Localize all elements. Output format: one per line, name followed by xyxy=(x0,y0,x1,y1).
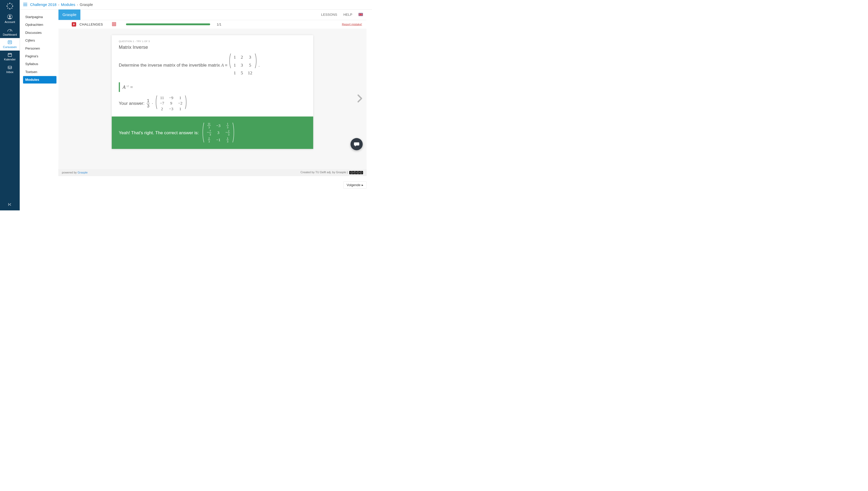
feedback-text: Yeah! That's right. The correct answer i… xyxy=(119,130,199,135)
paren-left-icon xyxy=(202,122,204,143)
svg-rect-11 xyxy=(8,41,11,44)
sa-icon: $ xyxy=(356,171,359,174)
nav-calendar-label: Kalender xyxy=(4,58,16,61)
book-icon xyxy=(7,40,13,45)
grid-icon xyxy=(112,22,116,26)
svg-rect-28 xyxy=(112,23,116,26)
cc-icon: cc xyxy=(350,171,353,174)
next-module-button[interactable]: Volgende ▸ xyxy=(343,181,366,189)
course-nav-cijfers[interactable]: Cijfers xyxy=(23,37,56,44)
dot-operator: · xyxy=(152,101,153,106)
progress-fill xyxy=(126,24,210,25)
nc-icon: ⊜ xyxy=(360,171,362,174)
by-icon: ® xyxy=(353,171,356,174)
grasple-footer: powered by Grasple Created by TU Delft a… xyxy=(58,169,366,176)
bolt-icon xyxy=(73,23,75,26)
paren-left-icon xyxy=(228,53,231,69)
breadcrumb-course[interactable]: Challenge 2018 xyxy=(30,3,57,7)
nav-inbox-label: Inbox xyxy=(6,70,13,74)
gauge-icon xyxy=(7,28,13,32)
nav-dashboard[interactable]: Dashboard xyxy=(0,26,20,38)
paren-right-icon xyxy=(185,95,187,110)
answer-equals: = xyxy=(130,84,133,90)
collapse-sidebar-button[interactable] xyxy=(8,202,12,207)
svg-point-2 xyxy=(6,5,7,6)
paren-right-icon xyxy=(232,122,235,143)
matrix-A: 1231351512 xyxy=(228,53,257,77)
canvas-logo xyxy=(6,3,13,9)
nav-calendar[interactable]: Kalender xyxy=(0,51,20,63)
question-prompt: Determine the inverse matrix of the inve… xyxy=(119,53,306,77)
course-nav-modules[interactable]: Modules xyxy=(23,76,56,83)
svg-point-5 xyxy=(11,4,12,4)
powered-prefix: powered by xyxy=(62,171,78,174)
grasple-header: Grasple LESSONS HELP xyxy=(58,9,366,20)
nav-account-label: Account xyxy=(5,20,15,24)
course-menu-toggle[interactable] xyxy=(23,2,28,7)
svg-point-9 xyxy=(9,15,11,17)
your-answer-row: Your answer: 1 3 · 11−91−79−22−31 xyxy=(119,95,306,112)
svg-point-3 xyxy=(12,5,13,6)
nav-courses-label: Cursussen xyxy=(3,46,17,49)
prompt-period: . xyxy=(258,61,260,68)
card-region: QUESTION 1 - TRY 1 OF 3 Matrix Inverse D… xyxy=(58,29,366,169)
chat-widget[interactable] xyxy=(351,138,363,150)
global-sidebar: Account Dashboard Cursussen Kalender Inb… xyxy=(0,0,20,210)
next-module-label: Volgende xyxy=(347,183,361,187)
collapse-icon xyxy=(8,202,12,206)
course-nav-opdrachten[interactable]: Opdrachten xyxy=(23,21,56,28)
nav-courses[interactable]: Cursussen xyxy=(0,38,20,50)
nav-account[interactable]: Account xyxy=(0,12,20,26)
inbox-icon xyxy=(7,65,13,69)
lessons-link[interactable]: LESSONS xyxy=(321,13,337,17)
scalar-num: 1 xyxy=(146,98,150,104)
svg-point-7 xyxy=(11,8,12,8)
progress-text: 1/1 xyxy=(217,23,221,26)
svg-point-4 xyxy=(7,4,8,4)
svg-point-6 xyxy=(7,8,8,8)
nav-inbox[interactable]: Inbox xyxy=(0,63,20,76)
svg-point-0 xyxy=(9,3,10,4)
course-nav-discussies[interactable]: Discussies xyxy=(23,29,56,36)
challenges-label: CHALLENGES xyxy=(80,23,103,26)
correct-matrix: 113−313−733−2323−113 xyxy=(202,122,235,144)
paren-right-icon xyxy=(255,53,257,69)
course-nav-syllabus[interactable]: Syllabus xyxy=(23,60,56,68)
feedback-banner: Yeah! That's right. The correct answer i… xyxy=(112,116,313,149)
powered-link[interactable]: Grasple xyxy=(78,171,87,174)
breadcrumb-section[interactable]: Modules xyxy=(61,3,75,7)
language-flag[interactable] xyxy=(358,13,363,17)
your-answer-label: Your answer: xyxy=(119,101,144,106)
powered-by: powered by Grasple xyxy=(62,171,88,174)
prompt-var: A xyxy=(221,61,224,68)
answer-input-display: A−1 = xyxy=(119,82,306,92)
main-area: Grasple LESSONS HELP xyxy=(58,9,372,210)
svg-rect-27 xyxy=(358,14,363,15)
paren-left-icon xyxy=(155,95,157,110)
svg-line-10 xyxy=(10,30,11,31)
course-nav-startpagina[interactable]: Startpagina xyxy=(23,13,56,21)
svg-point-1 xyxy=(9,8,10,9)
report-mistake-link[interactable]: Report mistake! xyxy=(342,23,362,26)
course-nav-toetsen[interactable]: Toetsen xyxy=(23,68,56,76)
course-nav: Startpagina Opdrachten Discussies Cijfer… xyxy=(20,9,58,210)
caret-right-icon: ▸ xyxy=(362,183,363,187)
question-meta: QUESTION 1 - TRY 1 OF 3 xyxy=(119,40,306,42)
hamburger-icon xyxy=(23,2,28,6)
breadcrumb-row: Challenge 2018 › Modules › Grasple xyxy=(20,0,372,9)
user-circle-icon xyxy=(7,14,13,20)
help-link[interactable]: HELP xyxy=(343,13,352,17)
grasple-tab[interactable]: Grasple xyxy=(58,9,80,20)
breadcrumb: Challenge 2018 › Modules › Grasple xyxy=(30,3,93,7)
prompt-equals: = xyxy=(225,61,227,68)
answer-var: A xyxy=(123,84,126,90)
scalar-fraction: 1 3 xyxy=(146,98,150,108)
challenge-grid-button[interactable] xyxy=(112,22,116,27)
course-nav-personen[interactable]: Personen xyxy=(23,45,56,52)
question-card: QUESTION 1 - TRY 1 OF 3 Matrix Inverse D… xyxy=(112,35,313,149)
module-nav-footer: Volgende ▸ xyxy=(58,176,366,194)
bolt-badge xyxy=(72,22,76,27)
course-nav-paginas[interactable]: Pagina's xyxy=(23,52,56,60)
report-mistake-text: Report mistake! xyxy=(342,23,362,26)
next-question-button[interactable] xyxy=(356,94,363,103)
